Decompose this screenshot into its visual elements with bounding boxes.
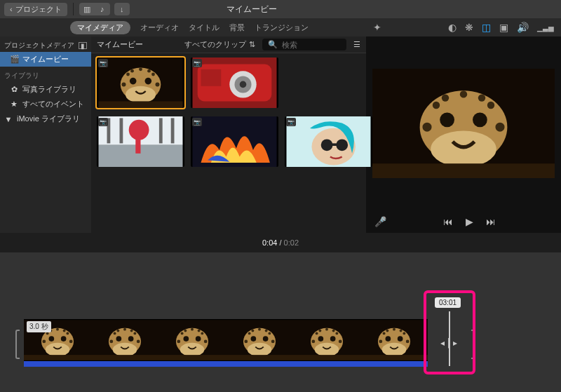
import-button[interactable]: ↓	[114, 3, 130, 15]
layout-switcher: ▥ ♪	[79, 3, 110, 15]
tab-audio[interactable]: オーディオ	[140, 22, 179, 33]
sidebar-item-label: iMovie ライブラリ	[17, 114, 80, 124]
media-browser: マイムービー すべてのクリップ ⇅ 🔍 ☰ 📷 📷 📷 📷	[91, 36, 366, 233]
clip-filter-label: すべてのクリップ	[184, 39, 246, 50]
clip-frame	[91, 319, 158, 361]
clip-filter-dropdown[interactable]: すべてのクリップ ⇅	[184, 39, 255, 50]
search-icon: 🔍	[268, 40, 278, 49]
camera-icon: 📷	[192, 118, 202, 126]
divider	[73, 3, 74, 15]
player-bar: 🎤 ⏮ ▶ ⏭	[366, 210, 561, 233]
microphone-icon[interactable]: 🎤	[374, 216, 386, 227]
top-toolbar: ‹ プロジェクト ▥ ♪ ↓ マイムービー	[0, 0, 561, 18]
sidebar-item-photo-library[interactable]: ✿ 写真ライブラリ	[0, 82, 91, 97]
clip-thumb-5[interactable]: 📷	[285, 116, 372, 167]
layout-vertical-button[interactable]: ♪	[95, 3, 110, 15]
sidebar-item-project-movie[interactable]: 🎬 マイムービー	[0, 52, 91, 67]
tab-my-media[interactable]: マイメディア	[70, 21, 130, 34]
browser-toolbar: マイムービー すべてのクリップ ⇅ 🔍 ☰	[91, 36, 366, 53]
sidebar-toggle-icon[interactable]: ▮	[79, 42, 87, 49]
sidebar-library-header: ライブラリ	[0, 67, 91, 82]
timecode-display: 0:04 / 0:02	[0, 238, 561, 247]
sidebar-item-imovie-library[interactable]: ▼ iMovie ライブラリ	[0, 111, 91, 126]
equalizer-icon[interactable]: ▁▃▅	[537, 24, 554, 32]
sidebar: プロジェクトメディア ▮ 🎬 マイムービー ライブラリ ✿ 写真ライブラリ ★ …	[0, 36, 91, 233]
tab-titles[interactable]: タイトル	[189, 22, 219, 33]
clip-frame	[226, 319, 293, 361]
sidebar-item-label: すべてのイベント	[22, 99, 84, 109]
stabilize-icon[interactable]: ▣	[499, 22, 508, 33]
sidebar-item-label: 写真ライブラリ	[22, 84, 76, 95]
back-to-projects-button[interactable]: ‹ プロジェクト	[4, 3, 67, 16]
clip-thumb-4[interactable]: 📷	[191, 116, 278, 167]
clip-duration-badge: 3.0 秒	[27, 321, 51, 332]
list-view-icon[interactable]: ☰	[353, 40, 360, 49]
clip-grid: 📷 📷 📷 📷 📷	[97, 58, 360, 227]
browser-title: マイムービー	[97, 39, 143, 50]
sidebar-item-all-events[interactable]: ★ すべてのイベント	[0, 97, 91, 111]
crop-icon[interactable]: ◫	[482, 22, 491, 33]
gear-icon: ✿	[10, 85, 18, 94]
trim-handle-icon[interactable]: ◂│▸	[440, 338, 459, 348]
viewer-adjust-toolbar: ✦ ◐ ❋ ◫ ▣ 🔊 ▁▃▅	[366, 18, 561, 36]
play-icon[interactable]: ▶	[466, 216, 473, 227]
preview-canvas[interactable]	[366, 36, 561, 210]
skip-forward-icon[interactable]: ⏭	[486, 216, 496, 227]
tab-transitions[interactable]: トランジション	[255, 22, 309, 33]
timeline-end-bracket	[471, 330, 475, 359]
timeline-clip[interactable]	[24, 319, 428, 367]
disclosure-triangle-icon[interactable]: ▼	[4, 115, 13, 123]
updown-icon: ⇅	[249, 40, 255, 49]
trim-tooltip: 03:01	[435, 297, 461, 308]
camera-icon: 📷	[192, 59, 202, 67]
timecode-current: 0:04	[262, 238, 277, 247]
preview-viewer: 🎤 ⏮ ▶ ⏭	[366, 36, 561, 233]
clip-frame	[293, 319, 360, 361]
timecode-total: 0:02	[284, 238, 299, 247]
tab-backgrounds[interactable]: 背景	[229, 22, 245, 33]
back-label: プロジェクト	[15, 4, 62, 15]
clapper-icon: 🎬	[10, 55, 18, 64]
star-icon: ★	[10, 100, 18, 109]
magic-wand-icon[interactable]: ✦	[373, 22, 381, 33]
camera-icon: 📷	[98, 59, 108, 67]
search-field[interactable]: 🔍	[262, 39, 346, 50]
camera-icon: 📷	[98, 118, 108, 126]
project-title: マイムービー	[130, 4, 374, 15]
color-balance-icon[interactable]: ◐	[448, 22, 457, 33]
color-wheel-icon[interactable]: ❋	[465, 22, 473, 33]
sidebar-item-label: マイムービー	[22, 54, 69, 65]
timeline[interactable]: 3.0 秒 03:01 ◂│▸	[0, 252, 561, 392]
timeline-start-bracket	[15, 330, 20, 359]
layout-horizontal-button[interactable]: ▥	[79, 3, 95, 15]
clip-thumb-3[interactable]: 📷	[97, 116, 184, 167]
sidebar-header: プロジェクトメディア	[4, 41, 74, 50]
search-input[interactable]	[282, 41, 341, 49]
skip-back-icon[interactable]: ⏮	[443, 216, 453, 227]
timeline-audio-band[interactable]	[24, 361, 428, 367]
camera-icon: 📷	[286, 118, 296, 126]
chevron-left-icon: ‹	[10, 5, 13, 13]
clip-frame	[360, 319, 428, 361]
clip-thumb-1[interactable]: 📷	[97, 58, 184, 108]
volume-icon[interactable]: 🔊	[517, 22, 529, 33]
clip-frame	[158, 319, 226, 361]
clip-thumb-2[interactable]: 📷	[191, 58, 278, 108]
